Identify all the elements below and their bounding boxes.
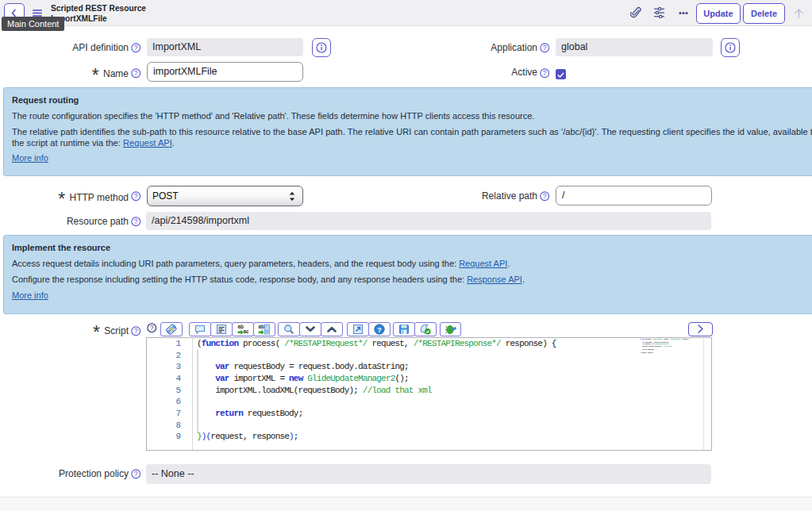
svg-text:?: ? xyxy=(377,325,382,334)
svg-text:?: ? xyxy=(542,192,546,200)
svg-text:?: ? xyxy=(542,69,546,77)
svg-text:?: ? xyxy=(150,324,154,332)
svg-text:ac: ac xyxy=(244,328,249,334)
svg-text:?: ? xyxy=(133,192,137,200)
svg-text:?: ? xyxy=(133,44,137,52)
svg-text:ab: ab xyxy=(259,324,265,329)
svg-text:?: ? xyxy=(133,470,137,478)
svg-text:?: ? xyxy=(133,327,137,335)
svg-text:?: ? xyxy=(133,217,137,225)
svg-text:?: ? xyxy=(133,69,137,77)
svg-text:?: ? xyxy=(542,44,546,52)
